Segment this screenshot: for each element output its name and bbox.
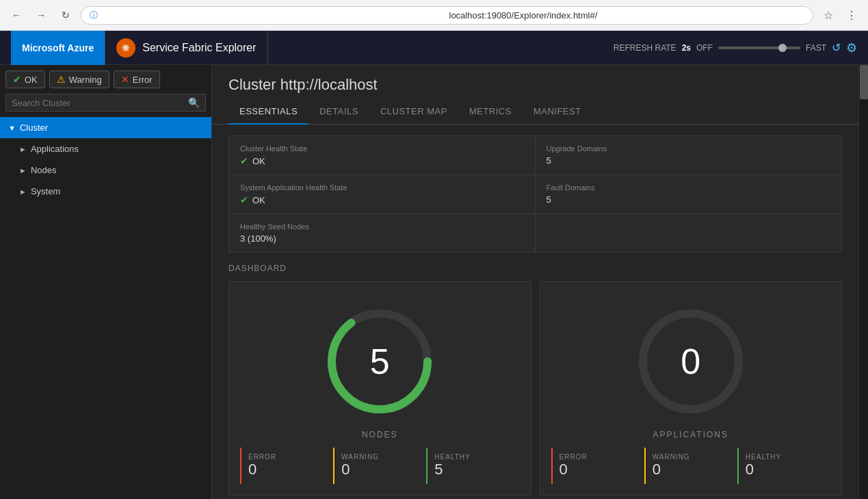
address-bar[interactable]: ⓘ localhost:19080/Explorer/index.html#/ [81,6,813,25]
search-icon: 🔍 [188,97,200,108]
settings-icon[interactable]: ⚙ [846,40,857,55]
dashboard-section: DASHBOARD 5 NODE [212,264,858,499]
tab-bar: ESSENTIALS DETAILS CLUSTER MAP METRICS M… [212,99,858,125]
dashboard-cards: 5 NODES ERROR 0 WARNING 0 [228,281,842,496]
apps-warning-value: 0 [653,461,731,478]
nodes-healthy-label: HEALTHY [434,453,512,461]
nodes-stats: ERROR 0 WARNING 0 HEALTHY 5 [240,448,520,484]
healthy-seed-label: Healthy Seed Nodes [240,222,524,231]
upgrade-domains-label: Upgrade Domains [547,144,831,153]
star-button[interactable]: ☆ [819,5,838,25]
sidebar: ✔ OK ⚠ Warning ✕ Error 🔍 ▼ Cluster [0,65,212,499]
cluster-health-value: ✔ OK [240,155,524,166]
apps-healthy-stat: HEALTHY 0 [737,448,830,484]
refresh-fast-label: FAST [806,43,826,53]
refresh-slider[interactable] [718,47,800,49]
sidebar-item-cluster[interactable]: ▼ Cluster [0,117,211,138]
system-chevron-icon: ► [19,188,27,196]
cluster-chevron-icon: ▼ [8,124,16,132]
error-filter-button[interactable]: ✕ Error [114,71,160,88]
tab-cluster-map[interactable]: CLUSTER MAP [369,99,458,125]
nodes-error-stat: ERROR 0 [240,448,333,484]
ok-filter-icon: ✔ [13,74,21,85]
apps-healthy-value: 0 [746,461,824,478]
cluster-header: Cluster http://localhost [212,65,858,94]
upgrade-domains-cell: Upgrade Domains 5 [536,136,842,175]
tab-manifest[interactable]: MANIFEST [523,99,592,125]
applications-stats: ERROR 0 WARNING 0 HEALTHY 0 [551,448,831,484]
apps-error-stat: ERROR 0 [551,448,644,484]
applications-chevron-icon: ► [19,145,27,153]
system-health-value: ✔ OK [240,194,524,205]
tab-details[interactable]: DETAILS [308,99,369,125]
tab-essentials[interactable]: ESSENTIALS [228,99,308,125]
refresh-rate-label: REFRESH RATE [614,43,676,53]
apps-healthy-label: HEALTHY [746,453,824,461]
scrollbar[interactable] [858,65,868,499]
warning-filter-icon: ⚠ [57,74,66,85]
nodes-warning-value: 0 [341,461,419,478]
warning-filter-label: Warning [69,75,102,85]
refresh-icon[interactable]: ↺ [832,41,841,54]
applications-count: 0 [681,341,700,382]
back-button[interactable]: ← [7,5,26,25]
azure-brand: Microsoft Azure [11,31,105,65]
tab-metrics[interactable]: METRICS [458,99,523,125]
content-area: Cluster http://localhost ESSENTIALS DETA… [212,65,858,499]
empty-cell [536,214,842,252]
sidebar-item-nodes[interactable]: ► Nodes [0,159,211,181]
applications-label: APPLICATIONS [653,430,728,439]
search-box: 🔍 [5,94,206,112]
nodes-count: 5 [370,341,390,382]
sidebar-system-label: System [31,186,60,196]
essentials-panel: Cluster Health State ✔ OK Upgrade Domain… [212,125,858,264]
ok-filter-button[interactable]: ✔ OK [5,71,45,88]
sidebar-cluster-label: Cluster [20,123,48,133]
cluster-health-ok-icon: ✔ [240,155,248,166]
sidebar-item-applications[interactable]: ► Applications [0,138,211,159]
healthy-seed-value: 3 (100%) [240,233,524,244]
dashboard-label: DASHBOARD [228,264,842,273]
refresh-slider-track [718,47,800,49]
fault-domains-cell: Fault Domains 5 [536,175,842,214]
address-icon: ⓘ [90,10,445,21]
sidebar-item-system[interactable]: ► System [0,181,211,202]
fault-domains-label: Fault Domains [547,183,831,192]
refresh-button[interactable]: ↻ [56,5,75,25]
nodes-error-label: ERROR [248,453,326,461]
cluster-title-url: http://localhost [280,76,378,93]
fabric-icon: ❋ [116,38,135,57]
refresh-toggle[interactable]: OFF [696,43,713,53]
system-health-label: System Application Health State [240,183,524,192]
ok-filter-label: OK [25,75,38,85]
cluster-title-prefix: Cluster [228,76,276,93]
nodes-error-value: 0 [248,461,326,478]
apps-error-value: 0 [560,461,637,478]
menu-button[interactable]: ⋮ [842,5,861,25]
system-health-cell: System Application Health State ✔ OK [229,175,536,214]
status-filters: ✔ OK ⚠ Warning ✕ Error [0,65,211,94]
app-title-section: ❋ Service Fabric Explorer [105,31,267,65]
apps-warning-stat: WARNING 0 [644,448,737,484]
sidebar-applications-label: Applications [31,144,79,154]
apps-warning-label: WARNING [653,453,731,461]
cluster-health-cell: Cluster Health State ✔ OK [229,136,536,175]
nodes-card: 5 NODES ERROR 0 WARNING 0 [228,281,531,496]
tree-nav: ▼ Cluster ► Applications ► Nodes ► Syste… [0,117,211,499]
nodes-healthy-stat: HEALTHY 5 [426,448,519,484]
refresh-controls: REFRESH RATE 2s OFF FAST ↺ ⚙ [614,40,857,55]
cluster-children: ► Applications ► Nodes ► System [0,138,211,202]
healthy-seed-cell: Healthy Seed Nodes 3 (100%) [229,214,536,252]
address-url: localhost:19080/Explorer/index.html#/ [449,10,805,21]
refresh-rate-value: 2s [682,43,691,53]
browser-chrome: ← → ↻ ⓘ localhost:19080/Explorer/index.h… [0,0,868,31]
app-header: Microsoft Azure ❋ Service Fabric Explore… [0,31,868,65]
warning-filter-button[interactable]: ⚠ Warning [49,71,109,88]
nodes-healthy-value: 5 [434,461,512,478]
search-input[interactable] [12,98,188,108]
app-title: Service Fabric Explorer [142,42,256,54]
nodes-warning-label: WARNING [341,453,419,461]
forward-button[interactable]: → [31,5,51,25]
scrollbar-thumb[interactable] [860,65,868,99]
upgrade-domains-value: 5 [547,155,831,166]
